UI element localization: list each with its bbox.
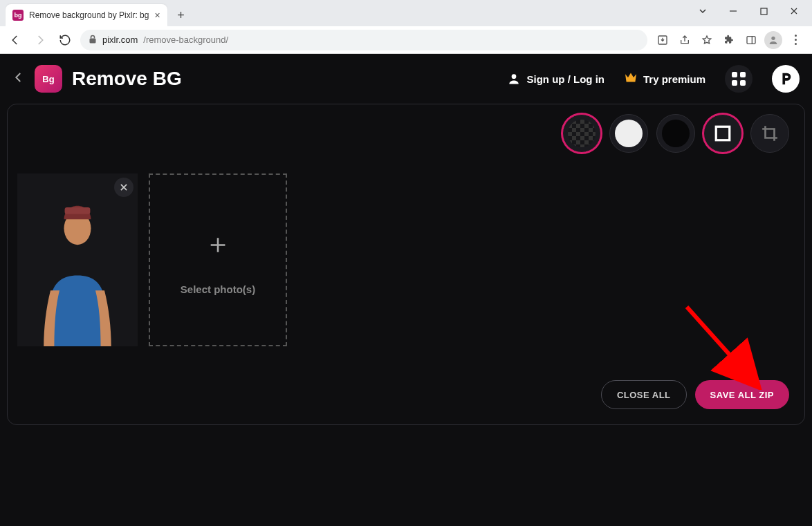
- window-title-bar: bg Remove background by Pixlr: bg × +: [0, 0, 812, 26]
- nav-back-icon[interactable]: [6, 30, 25, 50]
- profile-avatar-icon[interactable]: [764, 30, 783, 50]
- workspace-panel: ＋ Select photo(s) CLOSE ALL SAVE ALL ZIP: [7, 104, 805, 425]
- app-back-icon[interactable]: [12, 71, 25, 86]
- app-header: Bg Remove BG Sign up / Log in Try premiu…: [0, 54, 812, 104]
- annotation-arrow-icon: [680, 300, 763, 390]
- extensions-icon[interactable]: [719, 30, 739, 50]
- install-app-icon[interactable]: [653, 30, 672, 50]
- svg-line-11: [687, 307, 746, 373]
- apps-grid-icon: [732, 72, 746, 86]
- bg-option-outline[interactable]: [703, 114, 742, 153]
- bg-option-transparent[interactable]: [562, 114, 601, 153]
- person-cutout-icon: [33, 189, 122, 347]
- window-close-icon[interactable]: [779, 1, 809, 21]
- try-premium-link[interactable]: Try premium: [624, 72, 705, 86]
- browser-menu-icon[interactable]: [786, 30, 805, 50]
- window-minimize-icon[interactable]: [718, 1, 748, 21]
- pixlr-logo-icon: [778, 71, 793, 86]
- share-icon[interactable]: [675, 30, 694, 50]
- url-host: pixlr.com: [102, 35, 138, 45]
- svg-rect-2: [90, 38, 96, 43]
- transparent-icon: [568, 120, 596, 147]
- bg-option-black[interactable]: [656, 114, 695, 153]
- pixlr-logo-button[interactable]: [772, 65, 800, 93]
- svg-rect-8: [716, 126, 730, 140]
- lock-icon: [89, 35, 97, 46]
- svg-rect-10: [65, 207, 91, 214]
- browser-tab[interactable]: bg Remove background by Pixlr: bg ×: [6, 4, 167, 26]
- new-tab-button[interactable]: +: [172, 6, 191, 25]
- signup-login-link[interactable]: Sign up / Log in: [507, 72, 604, 86]
- bg-option-crop[interactable]: [750, 114, 789, 153]
- close-icon: [119, 182, 129, 192]
- close-all-label: CLOSE ALL: [617, 390, 671, 400]
- select-photos-dropzone[interactable]: ＋ Select photo(s): [149, 173, 287, 346]
- svg-rect-1: [761, 8, 767, 15]
- sidepanel-icon[interactable]: [741, 30, 761, 50]
- close-all-button[interactable]: CLOSE ALL: [601, 380, 687, 409]
- crown-icon: [624, 72, 638, 86]
- url-path: /remove-background/: [143, 35, 228, 45]
- tab-favicon: bg: [12, 10, 24, 21]
- tab-title: Remove background by Pixlr: bg: [29, 10, 149, 20]
- window-dropdown-icon[interactable]: [688, 1, 718, 21]
- window-maximize-icon[interactable]: [748, 1, 779, 21]
- address-bar: pixlr.com/remove-background/: [0, 26, 812, 54]
- user-icon: [507, 72, 521, 86]
- svg-rect-4: [747, 36, 755, 44]
- remove-image-button[interactable]: [114, 178, 133, 197]
- thumbnail-strip: ＋ Select photo(s): [17, 173, 287, 346]
- dropzone-label: Select photo(s): [181, 283, 255, 295]
- window-controls: [688, 0, 812, 26]
- url-input[interactable]: pixlr.com/remove-background/: [80, 30, 647, 50]
- image-thumbnail[interactable]: [17, 173, 138, 346]
- try-premium-label: Try premium: [643, 73, 705, 85]
- nav-reload-icon[interactable]: [55, 30, 75, 50]
- background-toolbar: [562, 114, 789, 153]
- bg-option-white[interactable]: [609, 114, 648, 153]
- app-root: Bg Remove BG Sign up / Log in Try premiu…: [0, 54, 812, 526]
- app-logo: Bg: [35, 65, 62, 93]
- save-all-zip-button[interactable]: SAVE ALL ZIP: [695, 380, 789, 409]
- apps-grid-button[interactable]: [725, 65, 753, 93]
- square-outline-icon: [714, 124, 732, 142]
- panel-actions: CLOSE ALL SAVE ALL ZIP: [601, 380, 789, 409]
- svg-point-6: [771, 36, 775, 39]
- bookmark-star-icon[interactable]: [697, 30, 717, 50]
- save-all-label: SAVE ALL ZIP: [710, 390, 774, 400]
- signup-login-label: Sign up / Log in: [526, 73, 604, 85]
- page-title: Remove BG: [72, 68, 182, 90]
- close-tab-icon[interactable]: ×: [154, 10, 160, 21]
- svg-point-7: [512, 74, 517, 79]
- white-circle-icon: [615, 120, 643, 147]
- black-circle-icon: [662, 120, 690, 147]
- nav-forward-icon: [30, 30, 50, 50]
- crop-icon: [761, 124, 779, 142]
- plus-icon: ＋: [204, 225, 232, 263]
